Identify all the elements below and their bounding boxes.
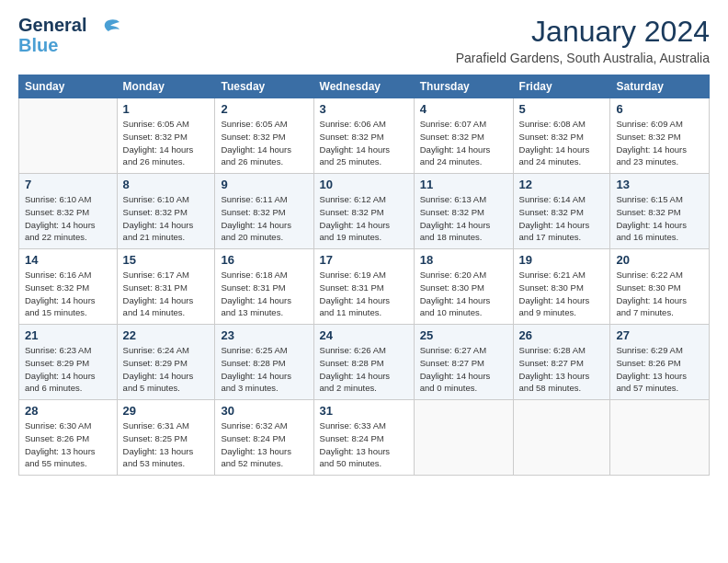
day-info: Sunrise: 6:23 AMSunset: 8:29 PMDaylight:… [25,344,111,395]
table-row [414,400,513,476]
day-number: 1 [123,102,210,116]
day-number: 17 [320,253,408,267]
day-number: 2 [221,102,307,116]
table-row: 24Sunrise: 6:26 AMSunset: 8:28 PMDayligh… [313,325,414,400]
col-saturday: Saturday [610,75,710,98]
table-row: 7Sunrise: 6:10 AMSunset: 8:32 PMDaylight… [19,174,118,249]
table-row: 18Sunrise: 6:20 AMSunset: 8:30 PMDayligh… [414,249,513,325]
day-info: Sunrise: 6:11 AMSunset: 8:32 PMDaylight:… [221,193,307,244]
day-number: 20 [616,253,703,267]
table-row: 31Sunrise: 6:33 AMSunset: 8:24 PMDayligh… [313,400,414,476]
day-number: 19 [519,253,605,267]
table-row: 1Sunrise: 6:05 AMSunset: 8:32 PMDaylight… [117,98,215,174]
col-friday: Friday [513,75,610,98]
day-number: 23 [221,328,307,342]
day-info: Sunrise: 6:28 AMSunset: 8:27 PMDaylight:… [519,344,605,395]
table-row [513,400,610,476]
day-number: 4 [420,102,507,116]
table-row: 28Sunrise: 6:30 AMSunset: 8:26 PMDayligh… [19,400,118,476]
table-row: 17Sunrise: 6:19 AMSunset: 8:31 PMDayligh… [313,249,414,325]
day-number: 7 [25,178,111,191]
day-info: Sunrise: 6:24 AMSunset: 8:29 PMDaylight:… [123,344,210,395]
day-info: Sunrise: 6:17 AMSunset: 8:31 PMDaylight:… [123,269,210,319]
day-info: Sunrise: 6:33 AMSunset: 8:24 PMDaylight:… [320,419,408,470]
month-title: January 2024 [456,15,710,49]
day-info: Sunrise: 6:05 AMSunset: 8:32 PMDaylight:… [123,118,210,168]
day-number: 8 [123,178,210,191]
table-row: 5Sunrise: 6:08 AMSunset: 8:32 PMDaylight… [513,98,610,174]
day-info: Sunrise: 6:18 AMSunset: 8:31 PMDaylight:… [221,269,307,319]
day-info: Sunrise: 6:27 AMSunset: 8:27 PMDaylight:… [420,344,507,395]
week-row-1: 7Sunrise: 6:10 AMSunset: 8:32 PMDaylight… [19,174,710,249]
day-info: Sunrise: 6:19 AMSunset: 8:31 PMDaylight:… [320,269,408,319]
header: General Blue January 2024 Parafield Gard… [18,15,710,65]
day-number: 26 [519,328,605,342]
week-row-2: 14Sunrise: 6:16 AMSunset: 8:32 PMDayligh… [19,249,710,325]
day-info: Sunrise: 6:10 AMSunset: 8:32 PMDaylight:… [123,193,210,244]
day-number: 14 [25,253,111,267]
day-number: 27 [616,328,703,342]
day-info: Sunrise: 6:22 AMSunset: 8:30 PMDaylight:… [616,269,703,319]
week-row-3: 21Sunrise: 6:23 AMSunset: 8:29 PMDayligh… [19,325,710,400]
table-row [610,400,710,476]
table-row: 4Sunrise: 6:07 AMSunset: 8:32 PMDaylight… [414,98,513,174]
day-info: Sunrise: 6:31 AMSunset: 8:25 PMDaylight:… [123,419,210,470]
day-info: Sunrise: 6:15 AMSunset: 8:32 PMDaylight:… [616,193,703,244]
table-row: 8Sunrise: 6:10 AMSunset: 8:32 PMDaylight… [117,174,215,249]
day-info: Sunrise: 6:21 AMSunset: 8:30 PMDaylight:… [519,269,605,319]
table-row: 3Sunrise: 6:06 AMSunset: 8:32 PMDaylight… [313,98,414,174]
col-monday: Monday [117,75,215,98]
table-row: 6Sunrise: 6:09 AMSunset: 8:32 PMDaylight… [610,98,710,174]
day-number: 21 [25,328,111,342]
table-row: 19Sunrise: 6:21 AMSunset: 8:30 PMDayligh… [513,249,610,325]
logo-blue: Blue [18,35,86,55]
week-row-0: 1Sunrise: 6:05 AMSunset: 8:32 PMDaylight… [19,98,710,174]
table-row [19,98,118,174]
day-info: Sunrise: 6:07 AMSunset: 8:32 PMDaylight:… [420,118,507,168]
day-number: 18 [420,253,507,267]
day-number: 31 [320,404,408,418]
day-number: 30 [221,404,307,418]
day-number: 13 [616,178,703,191]
day-info: Sunrise: 6:16 AMSunset: 8:32 PMDaylight:… [25,269,111,319]
day-number: 25 [420,328,507,342]
logo-text: General Blue [18,15,86,55]
logo-general: General [18,15,86,35]
table-row: 13Sunrise: 6:15 AMSunset: 8:32 PMDayligh… [610,174,710,249]
calendar-table: Sunday Monday Tuesday Wednesday Thursday… [18,75,710,476]
day-info: Sunrise: 6:32 AMSunset: 8:24 PMDaylight:… [221,419,307,470]
table-row: 27Sunrise: 6:29 AMSunset: 8:26 PMDayligh… [610,325,710,400]
day-number: 10 [320,178,408,191]
location: Parafield Gardens, South Australia, Aust… [456,51,710,65]
day-info: Sunrise: 6:30 AMSunset: 8:26 PMDaylight:… [25,419,111,470]
table-row: 22Sunrise: 6:24 AMSunset: 8:29 PMDayligh… [117,325,215,400]
table-row: 16Sunrise: 6:18 AMSunset: 8:31 PMDayligh… [215,249,313,325]
logo-bird-icon [92,18,119,48]
table-row: 9Sunrise: 6:11 AMSunset: 8:32 PMDaylight… [215,174,313,249]
logo: General Blue [18,15,119,55]
day-number: 9 [221,178,307,191]
day-info: Sunrise: 6:20 AMSunset: 8:30 PMDaylight:… [420,269,507,319]
table-row: 2Sunrise: 6:05 AMSunset: 8:32 PMDaylight… [215,98,313,174]
table-row: 25Sunrise: 6:27 AMSunset: 8:27 PMDayligh… [414,325,513,400]
day-info: Sunrise: 6:09 AMSunset: 8:32 PMDaylight:… [616,118,703,168]
col-wednesday: Wednesday [313,75,414,98]
col-sunday: Sunday [19,75,118,98]
header-row: Sunday Monday Tuesday Wednesday Thursday… [19,75,710,98]
day-number: 3 [320,102,408,116]
day-info: Sunrise: 6:13 AMSunset: 8:32 PMDaylight:… [420,193,507,244]
table-row: 10Sunrise: 6:12 AMSunset: 8:32 PMDayligh… [313,174,414,249]
day-number: 15 [123,253,210,267]
table-row: 23Sunrise: 6:25 AMSunset: 8:28 PMDayligh… [215,325,313,400]
day-info: Sunrise: 6:05 AMSunset: 8:32 PMDaylight:… [221,118,307,168]
day-info: Sunrise: 6:25 AMSunset: 8:28 PMDaylight:… [221,344,307,395]
day-info: Sunrise: 6:14 AMSunset: 8:32 PMDaylight:… [519,193,605,244]
day-number: 22 [123,328,210,342]
day-info: Sunrise: 6:26 AMSunset: 8:28 PMDaylight:… [320,344,408,395]
day-info: Sunrise: 6:06 AMSunset: 8:32 PMDaylight:… [320,118,408,168]
day-info: Sunrise: 6:10 AMSunset: 8:32 PMDaylight:… [25,193,111,244]
table-row: 20Sunrise: 6:22 AMSunset: 8:30 PMDayligh… [610,249,710,325]
table-row: 15Sunrise: 6:17 AMSunset: 8:31 PMDayligh… [117,249,215,325]
day-number: 24 [320,328,408,342]
col-tuesday: Tuesday [215,75,313,98]
